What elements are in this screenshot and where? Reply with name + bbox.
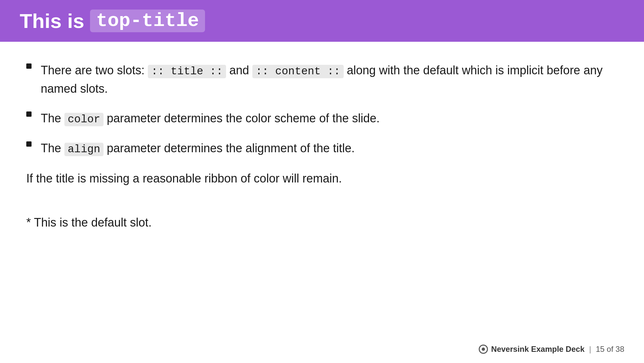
list-item: The color parameter determines the color… [26,109,618,128]
bullet-list: There are two slots: :: title :: and :: … [26,61,618,158]
default-slot-text: * This is the default slot. [26,214,618,231]
footer-page-info: 15 of 38 [596,345,624,354]
list-item: There are two slots: :: title :: and :: … [26,61,618,98]
list-item: The align parameter determines the align… [26,139,618,158]
code-title-slot: :: title :: [148,65,226,78]
main-content: There are two slots: :: title :: and :: … [0,42,644,251]
bullet-text-1: There are two slots: :: title :: and :: … [41,61,618,98]
bullet-text-3: The align parameter determines the align… [41,139,618,158]
bullet-text-2: The color parameter determines the color… [41,109,618,128]
footer-divider: | [589,345,591,354]
bullet-icon [26,141,32,147]
footer: Neversink Example Deck | 15 of 38 [479,345,624,354]
slide-title: This is top-title [20,9,205,33]
code-color-param: color [64,113,104,126]
paragraph-text: If the title is missing a reasonable rib… [26,170,618,187]
footer-logo-icon [479,345,488,354]
current-page: 15 [596,345,605,353]
title-plain-text: This is [20,9,84,33]
bullet-icon [26,63,32,69]
page-label: of [607,345,616,353]
bullet-icon [26,111,32,117]
total-pages: 38 [615,345,624,353]
title-code-text: top-title [90,10,205,32]
header-bar: This is top-title [0,0,644,42]
code-align-param: align [64,143,104,156]
code-content-slot: :: content :: [252,65,343,78]
deck-name: Neversink Example Deck [491,345,585,354]
